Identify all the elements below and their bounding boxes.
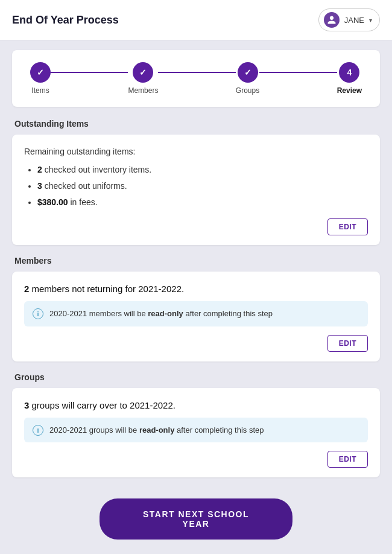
inventory-text: checked out inventory items. [42, 165, 151, 174]
outstanding-card: Remaining outstanding items: 2 checked o… [12, 135, 380, 245]
step-review: 4 Review [337, 62, 362, 95]
groups-edit-row: EDIT [24, 451, 368, 468]
stepper: ✓ Items ✓ Members ✓ Groups [30, 62, 362, 95]
members-edit-button[interactable]: EDIT [327, 335, 368, 352]
bottom-bar: START NEXT SCHOOL YEAR [0, 489, 392, 554]
groups-info-box: i 2020-2021 groups will be read-only aft… [24, 418, 368, 443]
step-number-review: 4 [347, 68, 352, 77]
step-items: ✓ Items [30, 62, 51, 95]
outstanding-item-inventory: 2 checked out inventory items. [37, 164, 368, 176]
fees-amount: $380.00 [37, 197, 68, 207]
step-label-members: Members [128, 86, 158, 95]
outstanding-item-uniforms: 3 checked out uniforms. [37, 180, 368, 193]
outstanding-edit-button[interactable]: EDIT [327, 218, 368, 235]
outstanding-description: Remaining outstanding items: [24, 147, 368, 156]
inventory-count: 2 [37, 165, 42, 174]
outstanding-list: 2 checked out inventory items. 3 checked… [24, 164, 368, 209]
step-label-groups: Groups [236, 86, 259, 95]
fees-text: in fees. [68, 197, 98, 207]
groups-info-text: 2020-2021 groups will be read-only after… [49, 424, 264, 436]
uniforms-text: checked out uniforms. [42, 181, 127, 191]
groups-section: Groups 3 groups will carry over to 2021-… [12, 372, 380, 478]
stepper-card: ✓ Items ✓ Members ✓ Groups [12, 50, 380, 107]
members-card: 2 members not returning for 2021-2022. i… [12, 272, 380, 361]
header: End Of Year Process JANE ▾ [0, 0, 392, 40]
outstanding-edit-row: EDIT [24, 218, 368, 235]
step-circle-groups: ✓ [238, 62, 258, 83]
step-connector-3 [259, 72, 337, 73]
members-info-box: i 2020-2021 members will be read-only af… [24, 301, 368, 326]
step-connector-1 [51, 72, 128, 73]
groups-count: 3 [24, 400, 29, 410]
step-circle-review: 4 [339, 62, 359, 83]
step-groups: ✓ Groups [236, 62, 259, 95]
members-section-title: Members [12, 256, 380, 266]
info-icon-groups: i [33, 425, 43, 436]
start-next-year-button[interactable]: START NEXT SCHOOL YEAR [100, 498, 292, 540]
page-title: End Of Year Process [12, 14, 119, 27]
user-name: JANE [344, 16, 364, 25]
outstanding-section-title: Outstanding Items [12, 119, 380, 129]
info-icon-members: i [33, 308, 43, 319]
chevron-down-icon: ▾ [369, 17, 372, 24]
members-info-text: 2020-2021 members will be read-only afte… [49, 308, 273, 320]
outstanding-item-fees: $380.00 in fees. [37, 196, 368, 209]
outstanding-section: Outstanding Items Remaining outstanding … [12, 119, 380, 245]
members-edit-row: EDIT [24, 335, 368, 352]
members-section: Members 2 members not returning for 2021… [12, 256, 380, 361]
avatar [324, 12, 340, 28]
step-label-items: Items [31, 86, 49, 95]
groups-section-title: Groups [12, 372, 380, 382]
step-connector-2 [158, 72, 235, 73]
checkmark-icon-2: ✓ [139, 68, 147, 77]
groups-edit-button[interactable]: EDIT [327, 451, 368, 468]
user-menu[interactable]: JANE ▾ [318, 8, 380, 31]
checkmark-icon-3: ✓ [244, 68, 251, 77]
step-label-review: Review [337, 86, 362, 95]
groups-summary: 3 groups will carry over to 2021-2022. [24, 400, 368, 410]
members-count: 2 [24, 284, 29, 294]
step-circle-members: ✓ [133, 62, 153, 83]
uniforms-count: 3 [37, 181, 42, 191]
step-members: ✓ Members [128, 62, 158, 95]
checkmark-icon: ✓ [37, 68, 44, 77]
main-content: ✓ Items ✓ Members ✓ Groups [0, 40, 392, 554]
step-circle-items: ✓ [30, 62, 51, 83]
groups-card: 3 groups will carry over to 2021-2022. i… [12, 388, 380, 478]
members-summary: 2 members not returning for 2021-2022. [24, 284, 368, 294]
